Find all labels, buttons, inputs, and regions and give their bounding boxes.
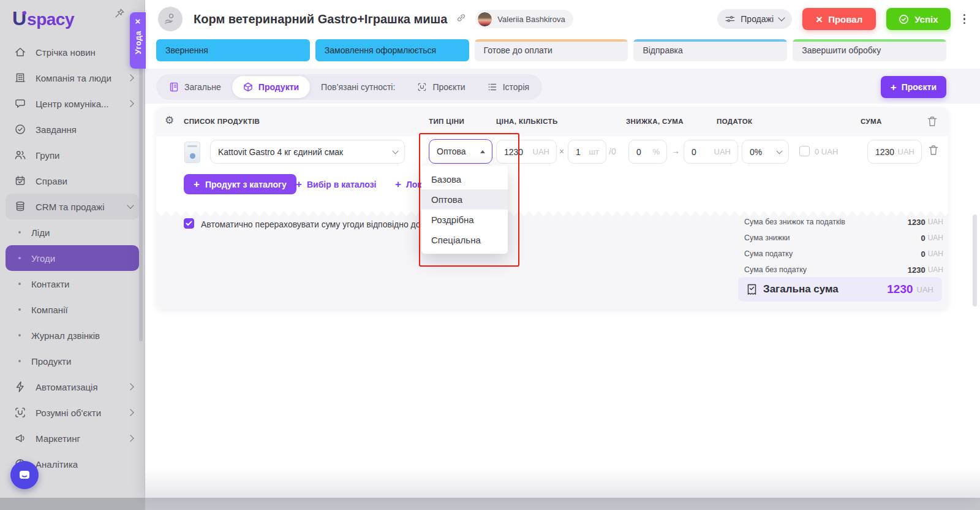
check-circle-icon — [899, 14, 909, 25]
select-in-catalog-link[interactable]: + Вибір в каталозі — [296, 179, 377, 189]
gear-icon[interactable]: ⚙ — [165, 115, 174, 126]
stage-accent — [793, 39, 946, 42]
delete-all-icon[interactable] — [927, 116, 938, 128]
close-icon[interactable]: × — [135, 17, 141, 26]
product-image — [184, 142, 200, 163]
notebook-icon — [169, 82, 179, 92]
summary-row: Сума без податку 1230 UAH — [744, 263, 943, 276]
stage-chip[interactable]: Звернення — [156, 39, 310, 61]
stage-chip[interactable]: Готове до оплати — [475, 39, 628, 61]
arrow-right: → — [671, 146, 680, 156]
link-icon[interactable] — [456, 12, 467, 26]
auto-recalc-label: Автоматично перераховувати суму угоди ві… — [201, 219, 432, 229]
stage-accent — [475, 39, 628, 42]
grand-total-row: Загальна сума 1230 UAH — [738, 277, 942, 302]
multiply-sign: × — [559, 147, 564, 156]
totals-section: Автоматично перераховувати суму угоди ві… — [156, 211, 948, 310]
auto-recalc-checkbox[interactable] — [184, 218, 194, 229]
deal-tab-label: Угода — [134, 31, 143, 55]
cube-icon — [243, 82, 253, 92]
col-products-header: СПИСОК ПРОДУКТІВ — [184, 118, 260, 125]
option-optova[interactable]: Оптова — [421, 189, 508, 210]
grand-total-label: Загальна сума — [763, 283, 839, 295]
tax-select[interactable]: 0% — [742, 140, 789, 164]
filter-icon — [725, 15, 735, 23]
summary-row: Сума без знижок та податків 1230 UAH — [744, 215, 943, 229]
chat-bubble-icon — [17, 468, 32, 482]
products-table-header: ⚙ СПИСОК ПРОДУКТІВ ТИП ЦІНИ ЦІНА, КІЛЬКІ… — [156, 107, 948, 136]
plus-icon: + — [891, 82, 897, 93]
pipeline-stages: Звернення Замовлення оформлюється Готове… — [156, 39, 946, 61]
stage-chip[interactable]: Замовлення оформлюється — [315, 39, 469, 61]
plus-icon: + — [395, 179, 401, 189]
discount-percent-input[interactable]: 0 % — [628, 140, 667, 164]
avatar — [477, 12, 492, 27]
option-spetsialna[interactable]: Спеціальна — [421, 230, 508, 250]
plus-icon: + — [194, 179, 200, 189]
owner-name: Valeriia Bashkirova — [497, 15, 565, 24]
price-type-select[interactable]: Оптова — [429, 139, 492, 164]
modal-backdrop[interactable] — [0, 0, 145, 510]
quantity-input[interactable]: 1 шт — [568, 140, 606, 164]
more-menu-icon[interactable] — [961, 12, 968, 27]
owner-chip[interactable]: Valeriia Bashkirova — [475, 10, 573, 28]
option-rozdribna[interactable]: Роздрібна — [421, 210, 508, 230]
deal-panel: Корм ветеринарний Gastro+Іграшка миша Va… — [145, 0, 980, 498]
stage-chip[interactable]: Завершити обробку — [793, 39, 946, 61]
plus-icon: + — [296, 179, 302, 189]
col-tax-header: ПОДАТОК — [717, 118, 753, 125]
chevron-down-icon — [777, 148, 783, 154]
col-discount-header: ЗНИЖКА, СУМА — [626, 118, 684, 125]
col-price-qty-header: ЦІНА, КІЛЬКІСТЬ — [496, 118, 558, 125]
tab-group: Загальне Продукти Пов’язані сутності: Пр… — [156, 74, 542, 100]
header-actions: Продажі × Провал Успіх — [717, 8, 968, 30]
tab-related-entities[interactable]: Пов’язані сутності: — [310, 76, 406, 98]
products-card: ⚙ СПИСОК ПРОДУКТІВ ТИП ЦІНИ ЦІНА, КІЛЬКІ… — [156, 107, 948, 310]
chevron-up-icon — [480, 150, 485, 153]
tabs-row: Загальне Продукти Пов’язані сутності: Пр… — [156, 74, 946, 100]
grand-total-unit: UAH — [917, 285, 933, 294]
summary-row: Сума податку 0 UAH — [744, 247, 943, 261]
funnel-select[interactable]: Продажі — [717, 9, 792, 29]
tab-projects[interactable]: Проєкти — [406, 76, 476, 98]
success-button[interactable]: Успіх — [886, 8, 950, 30]
chat-widget-button[interactable] — [10, 461, 39, 489]
stage-accent — [633, 39, 787, 42]
col-price-type-header: ТИП ЦІНИ — [429, 118, 464, 125]
tab-products[interactable]: Продукти — [232, 76, 310, 98]
summary-row: Сума знижки 0 UAH — [744, 231, 943, 245]
option-bazova[interactable]: Базова — [421, 169, 508, 189]
hand-coins-icon — [164, 12, 177, 26]
tax-amount-label: 0 UAH — [815, 147, 838, 156]
funnel-label: Продажі — [741, 14, 774, 24]
tab-history[interactable]: Історія — [477, 76, 540, 98]
delete-row-icon[interactable] — [928, 145, 939, 156]
chevron-down-icon — [393, 148, 399, 154]
deal-header: Корм ветеринарний Gastro+Іграшка миша Va… — [145, 0, 980, 36]
page-bottom-edge — [0, 498, 980, 510]
discount-sum-input[interactable]: 0 UAH — [684, 140, 738, 164]
tab-general[interactable]: Загальне — [158, 76, 232, 98]
stock-suffix: /0 — [609, 147, 616, 156]
deal-slideover-tab[interactable]: × Угода — [130, 12, 146, 69]
smart-object-icon — [417, 82, 427, 92]
chevron-down-icon — [778, 14, 785, 21]
receipt-icon — [747, 284, 757, 295]
deal-avatar — [158, 7, 183, 31]
add-product-from-catalog-button[interactable]: + Продукт з каталогу — [184, 174, 296, 194]
col-sum-header: СУМА — [861, 118, 882, 125]
fail-button[interactable]: × Провал — [802, 8, 876, 30]
page-title: Корм ветеринарний Gastro+Іграшка миша — [194, 12, 447, 26]
stage-chip[interactable]: Відправка — [633, 39, 787, 61]
add-projects-button[interactable]: + Проєкти — [881, 76, 946, 98]
price-type-dropdown-menu: Базова Оптова Роздрібна Спеціальна — [421, 166, 508, 254]
x-icon: × — [816, 13, 823, 25]
row-sum-input[interactable]: 1230 UAH — [867, 140, 922, 164]
grand-total-value: 1230 — [887, 283, 913, 296]
list-icon — [488, 82, 497, 92]
tax-included-checkbox[interactable] — [799, 146, 810, 156]
panel-scrollbar[interactable] — [973, 215, 977, 306]
price-input[interactable]: 1230 UAH — [496, 140, 557, 164]
product-select[interactable]: Kattovit Gastro 4 кг єдиний смак — [210, 140, 405, 164]
check-icon — [186, 221, 192, 226]
